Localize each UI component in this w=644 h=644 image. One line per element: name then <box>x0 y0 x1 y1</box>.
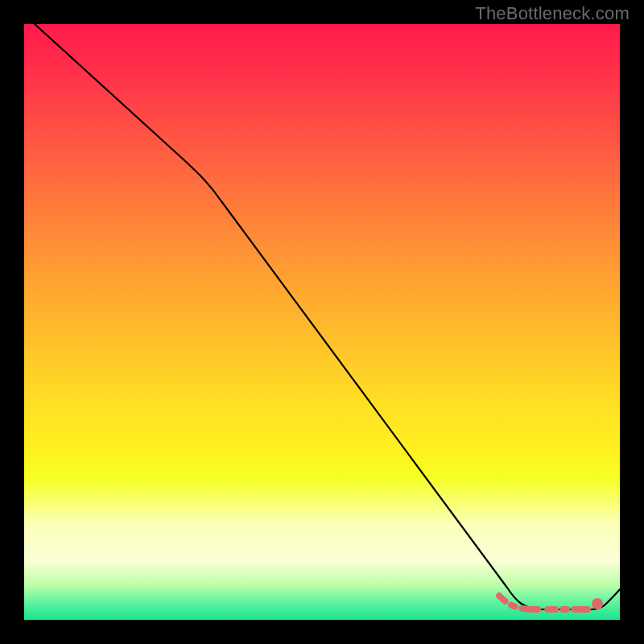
watermark-text: TheBottleneck.com <box>475 3 630 24</box>
chart-overlay <box>24 24 620 620</box>
optimal-range-highlight <box>499 596 588 609</box>
chart-container: TheBottleneck.com <box>0 0 644 644</box>
bottleneck-curve <box>24 14 620 609</box>
target-marker <box>592 598 603 609</box>
plot-area <box>24 24 620 620</box>
